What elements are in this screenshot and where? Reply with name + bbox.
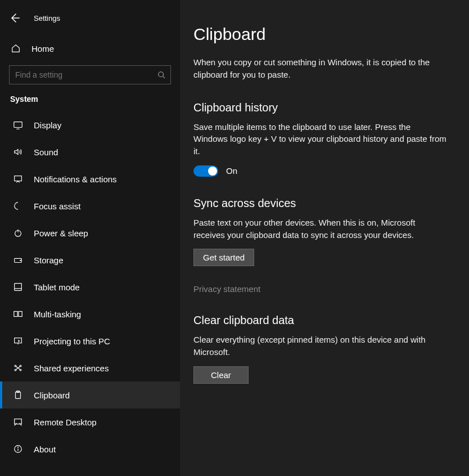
nav-label: Sound: [34, 147, 58, 157]
sync-desc: Paste text on your other devices. When t…: [193, 217, 447, 241]
svg-rect-8: [19, 312, 22, 317]
shared-icon: [12, 362, 24, 374]
privacy-link[interactable]: Privacy statement: [193, 284, 447, 294]
nav-item-notifications[interactable]: Notifications & actions: [0, 165, 180, 192]
clear-button[interactable]: Clear: [193, 366, 249, 384]
svg-rect-16: [15, 419, 22, 424]
intro-text: When you copy or cut something in Window…: [193, 56, 447, 81]
home-icon: [10, 43, 21, 54]
nav-label: Remote Desktop: [34, 417, 97, 427]
window-title: Settings: [34, 14, 60, 23]
multitasking-icon: [12, 308, 24, 320]
power-icon: [12, 227, 24, 239]
toggle-knob: [208, 167, 217, 176]
nav-label: Display: [34, 120, 61, 130]
nav-label: Notifications & actions: [34, 174, 117, 184]
nav-item-clipboard[interactable]: Clipboard: [0, 381, 180, 408]
history-desc: Save multiple items to the clipboard to …: [193, 121, 447, 158]
nav-item-power-sleep[interactable]: Power & sleep: [0, 219, 180, 246]
about-icon: [12, 443, 24, 455]
svg-rect-1: [14, 122, 22, 128]
svg-point-18: [18, 447, 19, 447]
page-title: Clipboard: [193, 25, 447, 44]
nav-label: Shared experiences: [34, 363, 109, 373]
search-icon: [157, 71, 165, 79]
nav-label: Clipboard: [34, 390, 70, 400]
nav-item-remote-desktop[interactable]: Remote Desktop: [0, 408, 180, 435]
history-heading: Clipboard history: [193, 101, 447, 114]
nav-item-focus-assist[interactable]: Focus assist: [0, 192, 180, 219]
home-nav[interactable]: Home: [0, 36, 180, 61]
svg-rect-6: [15, 284, 22, 291]
svg-rect-9: [15, 338, 22, 343]
nav-label: Focus assist: [34, 201, 80, 211]
nav-item-shared-experiences[interactable]: Shared experiences: [0, 354, 180, 381]
nav-label: Power & sleep: [34, 228, 88, 238]
home-label: Home: [31, 44, 54, 53]
nav-item-projecting[interactable]: Projecting to this PC: [0, 327, 180, 354]
tablet-icon: [12, 281, 24, 293]
history-toggle[interactable]: [193, 165, 218, 177]
focus-assist-icon: [12, 200, 24, 212]
clear-desc: Clear everything (except pinned items) o…: [193, 334, 447, 358]
sync-heading: Sync across devices: [193, 197, 447, 210]
remote-desktop-icon: [12, 416, 24, 428]
clipboard-icon: [12, 389, 24, 401]
nav-label: Tablet mode: [34, 282, 80, 292]
nav-item-display[interactable]: Display: [0, 111, 180, 138]
display-icon: [12, 119, 24, 131]
nav-item-storage[interactable]: Storage: [0, 246, 180, 273]
back-button[interactable]: [9, 12, 20, 24]
get-started-button[interactable]: Get started: [193, 249, 254, 266]
nav-item-tablet-mode[interactable]: Tablet mode: [0, 273, 180, 300]
svg-rect-14: [16, 392, 21, 399]
nav-label: About: [34, 444, 56, 454]
svg-rect-7: [14, 312, 17, 317]
nav-label: Projecting to this PC: [34, 336, 110, 346]
nav-item-sound[interactable]: Sound: [0, 138, 180, 165]
projecting-icon: [12, 335, 24, 347]
svg-point-5: [20, 260, 21, 261]
history-toggle-label: On: [226, 166, 237, 176]
svg-point-0: [159, 72, 164, 77]
section-heading: System: [0, 84, 180, 109]
search-input[interactable]: [9, 65, 171, 84]
sound-icon: [12, 146, 24, 158]
nav-item-multitasking[interactable]: Multi-tasking: [0, 300, 180, 327]
nav-label: Storage: [34, 255, 64, 265]
notifications-icon: [12, 173, 24, 185]
nav-item-about[interactable]: About: [0, 435, 180, 462]
storage-icon: [12, 254, 24, 266]
svg-rect-2: [15, 176, 22, 181]
nav-label: Multi-tasking: [34, 309, 81, 319]
clear-heading: Clear clipboard data: [193, 314, 447, 327]
